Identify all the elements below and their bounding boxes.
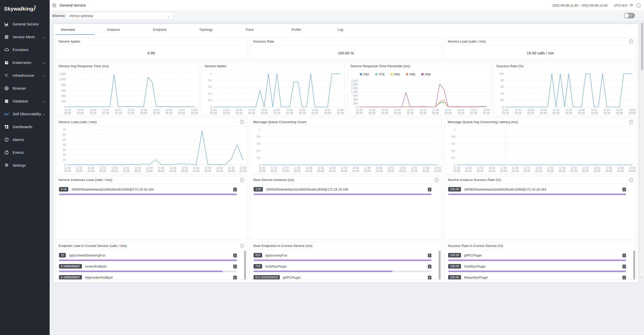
svg-text:05-08: 05-08 [223, 111, 230, 115]
svg-text:11:44: 11:44 [341, 166, 347, 169]
list-item[interactable]: 100.00 2905b05eae4e4ae3a2a5b538ce8c2846@… [448, 186, 633, 193]
sidebar-item-service-mesh[interactable]: Service Mesh [0, 30, 50, 43]
tab-overview[interactable]: Overview [53, 24, 99, 35]
tab-endpoint[interactable]: Endpoint [145, 24, 192, 35]
svg-text:50: 50 [63, 138, 66, 141]
list-item[interactable]: 715 SofaRpcPlugin [254, 263, 438, 270]
svg-text:11:36: 11:36 [488, 166, 495, 169]
list-item[interactable]: 9.1666666667 /order/findById [59, 263, 243, 270]
chevron-down-icon [42, 113, 45, 115]
svg-text:05-08: 05-08 [434, 169, 441, 172]
svg-text:05-08: 05-08 [248, 111, 255, 115]
load-bar [448, 259, 626, 261]
sidebar-item-functions[interactable]: Functions [0, 43, 50, 56]
sidebar-item-infrastructure[interactable]: Infrastructure [0, 69, 50, 82]
copy-icon[interactable] [233, 275, 237, 280]
copy-icon[interactable] [622, 275, 626, 280]
load-bar [448, 271, 626, 272]
list-item[interactable]: 920 /grpc/unaryFun [254, 252, 438, 258]
copy-icon[interactable] [428, 275, 432, 280]
copy-icon[interactable] [233, 253, 237, 257]
chart-card-mq-consuming-latency: Message Queue Avg Consuming Latency (ms)… [444, 118, 636, 174]
copy-icon[interactable] [428, 253, 432, 257]
svg-text:40: 40 [501, 92, 504, 95]
copy-icon[interactable] [622, 187, 626, 192]
timezone-label[interactable]: UTC+8:0 [614, 4, 627, 7]
svg-text:05-08: 05-08 [369, 111, 376, 115]
page-scrollbar[interactable]: ▼ [641, 21, 643, 279]
info-icon[interactable]: i [629, 120, 633, 124]
sidebar-item-self-observability[interactable]: Sw’ Self Observability [0, 107, 50, 120]
info-icon[interactable]: i [240, 178, 244, 182]
sidebar-item-alarms[interactable]: Alarms [0, 133, 50, 146]
svg-text:05-08: 05-08 [582, 169, 589, 172]
info-icon[interactable]: i [636, 3, 640, 8]
list-item[interactable]: 9.1666666667 /http/order/findById [59, 274, 243, 280]
info-icon[interactable]: i [240, 244, 244, 248]
copy-icon[interactable] [233, 264, 237, 269]
tab-instance[interactable]: Instance [99, 24, 145, 35]
sidebar-item-database[interactable]: Database [0, 95, 50, 107]
info-icon[interactable]: i [435, 178, 439, 182]
card-scrollbar[interactable] [244, 251, 246, 280]
svg-text:05-08: 05-08 [146, 169, 153, 172]
sidebar-item-events[interactable]: Events [0, 146, 50, 159]
sidebar-item-label: Kubernetes [13, 61, 43, 65]
tab-trace[interactable]: Trace [238, 24, 284, 35]
time-range[interactable]: 2022-05-08 11:30 ~ 2022-05-08 12:00 [552, 4, 607, 7]
list-card-instance-success-rate: Service Instance Success Rate (%)i 100.0… [444, 176, 636, 240]
svg-text:05-08: 05-08 [76, 169, 83, 172]
sidebar-item-kubernetes[interactable]: Kubernetes [0, 56, 50, 69]
svg-text:05-08: 05-08 [603, 111, 610, 115]
tab-profile[interactable]: Profile [284, 24, 330, 35]
refresh-icon[interactable]: ⟳ [630, 3, 633, 7]
list-item[interactable]: 100.00 SofaRpcPlugin [448, 263, 633, 270]
svg-text:05-08: 05-08 [77, 111, 84, 115]
svg-text:05-08: 05-08 [210, 111, 217, 115]
logo-swoosh: ) [33, 4, 37, 11]
svg-text:05-08: 05-08 [477, 169, 483, 172]
list-item[interactable]: 100.00 gRPCPlugin [448, 252, 633, 258]
list-item[interactable]: 0.16 2905b05eae4e4ae3a2a5b538ce8c2846@17… [59, 186, 243, 193]
list-item[interactable]: 10 /grpc/clientStreamingFun [59, 252, 243, 258]
svg-text:05-08: 05-08 [399, 169, 406, 172]
info-icon[interactable]: i [629, 178, 633, 182]
tab-log[interactable]: Log [330, 24, 376, 35]
svg-text:05-08: 05-08 [407, 111, 414, 115]
menu-fold-icon[interactable] [52, 4, 56, 7]
card-scrollbar[interactable] [439, 251, 441, 280]
scroll-down-arrow[interactable]: ▼ [641, 276, 643, 279]
view-mode-toggle[interactable]: V [624, 13, 635, 18]
svg-text:1,800: 1,800 [351, 83, 358, 86]
globe-icon [4, 86, 9, 91]
scrollbar-thumb[interactable] [641, 23, 643, 70]
card-scrollbar[interactable] [633, 251, 635, 280]
card-title: Service Instances Load (calls / min) [58, 176, 240, 184]
chart-card-service-apdex: Service Apdex 00.20.40.60.8111:3005-0811… [201, 62, 345, 116]
list-item[interactable]: 613.3333333333 gRPCPlugin [254, 274, 438, 280]
logo-text: Skywalking [4, 6, 33, 12]
copy-icon[interactable] [622, 264, 626, 269]
copy-icon[interactable] [233, 187, 237, 192]
svg-text:05-08: 05-08 [453, 169, 460, 172]
copy-icon[interactable] [622, 253, 626, 257]
svg-text:05-08: 05-08 [419, 111, 426, 115]
svg-text:05-08: 05-08 [204, 169, 211, 172]
copy-icon[interactable] [428, 264, 432, 269]
info-icon[interactable]: i [240, 120, 244, 124]
svg-text:05-08: 05-08 [99, 169, 106, 172]
card-title: Slow Endpoints in Current Service (ms) [253, 242, 439, 250]
load-bar [59, 271, 237, 272]
service-select[interactable]: shenyu-gateway [67, 12, 173, 19]
tab-topology[interactable]: Topology [192, 24, 238, 35]
sidebar-item-settings[interactable]: ⚙ Settings [0, 159, 50, 172]
sidebar-item-browser[interactable]: Browser [0, 82, 50, 95]
list-item[interactable]: 3.50 2905b05eae4e4ae3a2a5b538ce8c2846@17… [254, 186, 438, 193]
info-icon[interactable]: i [629, 40, 633, 44]
copy-icon[interactable] [428, 187, 432, 192]
list-item[interactable]: 100.00 MotanRpcPlugin [448, 274, 633, 280]
line-chart: 00.20.40.60.8111:3005-0811:3205-0811:340… [250, 126, 442, 174]
sidebar-item-general-service[interactable]: General Service [0, 18, 50, 30]
sidebar-item-dashboards[interactable]: Dashboards [0, 120, 50, 133]
sidebar-item-label: Dashboards [13, 125, 50, 129]
